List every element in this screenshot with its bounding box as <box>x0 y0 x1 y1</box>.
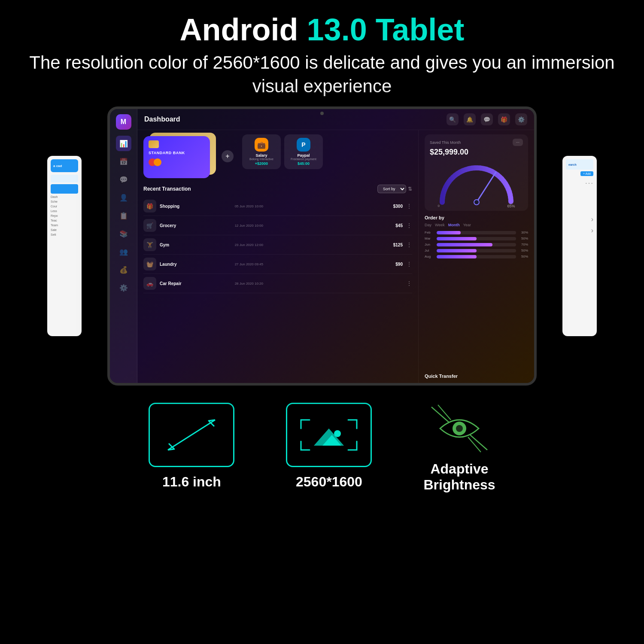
grocery-name: Grocery <box>160 223 231 228</box>
header-icons: 🔍 🔔 💬 🎁 ⚙️ <box>447 113 527 125</box>
sidebar-item-teams[interactable]: 👥 <box>116 244 131 259</box>
bar-track <box>437 243 516 246</box>
paypal-name: Paypal <box>289 153 318 158</box>
sidebar-item-reports[interactable]: 📋 <box>116 208 131 223</box>
gift-icon[interactable]: 🎁 <box>498 113 510 125</box>
carrepair-more[interactable]: ⋮ <box>406 280 412 287</box>
bar-label: Jun <box>425 243 434 246</box>
size-icon-svg <box>159 411 224 459</box>
savings-header: Saved This Month ··· <box>430 139 523 146</box>
bar-label: Mar <box>425 237 434 240</box>
svg-point-1 <box>474 200 479 205</box>
tab-week[interactable]: Week <box>435 223 445 227</box>
grocery-more[interactable]: ⋮ <box>406 222 412 229</box>
svg-point-5 <box>334 430 341 437</box>
salary-amount: +$2000 <box>247 161 276 166</box>
notification-icon[interactable]: 🔔 <box>464 113 476 125</box>
sidebar-item-dashboard[interactable]: 📊 <box>116 136 131 151</box>
bar-pct: 50% <box>519 249 528 252</box>
sort-select[interactable]: Sort by <box>377 185 406 193</box>
gauge-svg <box>434 159 519 207</box>
sidebar-item-lessons[interactable]: 👤 <box>116 190 131 205</box>
sidebar-item-schedule[interactable]: 📅 <box>116 154 131 169</box>
salary-name: Salary <box>247 153 276 158</box>
bar-track <box>437 231 516 234</box>
brightness-label: Adaptive Brightness <box>423 461 495 493</box>
bar-track <box>437 249 516 252</box>
savings-label: Saved This Month <box>430 140 461 145</box>
chart-bar-row: Aug 50% <box>425 255 528 258</box>
shopping-icon: 🎁 <box>143 200 156 213</box>
sidebar-item-sales[interactable]: 💰 <box>116 262 131 277</box>
grocery-amount: $45 <box>346 223 403 228</box>
dashboard: M 📊 📅 💬 👤 📋 📚 👥 💰 ⚙️ Dashboard 🔍 <box>110 109 534 383</box>
transaction-row: 🎁 Shopping 05 Jun 2020 10:00 $300 ⋮ <box>143 197 412 216</box>
transaction-row: 🧺 Laundry 27 Jun 2020 09:45 $90 ⋮ <box>143 255 412 274</box>
size-label: 11.6 inch <box>162 474 221 490</box>
bar-pct: 30% <box>519 231 528 234</box>
bar-label: Aug <box>425 255 434 258</box>
bar-fill <box>437 231 461 234</box>
laundry-icon: 🧺 <box>143 258 156 270</box>
resolution-icon-svg <box>297 411 361 459</box>
transaction-row: 🛒 Grocery 12 Jun 2020 10:00 $45 ⋮ <box>143 216 412 235</box>
gym-more[interactable]: ⋮ <box>406 241 412 248</box>
bar-fill <box>437 255 477 258</box>
sidebar-logo: M <box>116 114 131 130</box>
messages-icon[interactable]: 💬 <box>481 113 493 125</box>
transactions-title: Recent Transaction <box>143 186 191 192</box>
title-highlight: 13.0 Tablet <box>307 12 465 47</box>
tablet-wrapper: a cad Dash Sche Cour Less Repo Teac Team… <box>0 106 644 386</box>
savings-card: Saved This Month ··· $25,999.00 <box>425 134 528 211</box>
card-main[interactable]: STANDARD BANK <box>143 136 210 178</box>
shopping-amount: $300 <box>346 204 403 209</box>
chart-bar-row: Jul 50% <box>425 249 528 252</box>
feature-size: 11.6 inch <box>149 403 234 490</box>
bar-fill <box>437 249 477 252</box>
savings-menu-button[interactable]: ··· <box>513 139 523 146</box>
shopping-date: 05 Jun 2020 10:00 <box>235 204 342 208</box>
card-logo <box>149 158 205 166</box>
search-icon[interactable]: 🔍 <box>447 113 459 125</box>
add-card-button[interactable]: + <box>222 150 234 162</box>
resolution-label: 2560*1600 <box>296 474 362 490</box>
settings-icon[interactable]: ⚙️ <box>515 113 527 125</box>
gym-date: 23 Jun 2020 12:00 <box>235 243 342 247</box>
tab-year[interactable]: Year <box>463 223 471 227</box>
transactions-header: Recent Transaction Sort by ⇅ <box>143 185 412 193</box>
chart-section: Order by Day Week Month Year Feb <box>425 215 528 369</box>
main-title: Android 13.0 Tablet <box>26 13 618 47</box>
feature-resolution: 2560*1600 <box>286 403 372 490</box>
bar-chart: Feb 30% Mar 50% Jun 70% Jul <box>425 231 528 258</box>
tab-month[interactable]: Month <box>448 223 460 227</box>
resolution-icon-box <box>286 403 372 467</box>
chart-bar-row: Mar 50% <box>425 237 528 240</box>
sidebar-item-courses[interactable]: 💬 <box>116 172 131 187</box>
bar-label: Feb <box>425 231 434 234</box>
quick-transfer-title: Quick Transfer <box>425 374 528 379</box>
brightness-icon-wrapper <box>427 403 492 454</box>
payment-card-salary[interactable]: 💼 Salary Belong Interactive +$2000 <box>242 134 281 169</box>
shopping-more[interactable]: ⋮ <box>406 203 412 210</box>
bar-label: Jul <box>425 249 434 252</box>
left-panel: STANDARD BANK + <box>137 130 418 383</box>
bar-pct: 50% <box>519 237 528 240</box>
sort-order-icon[interactable]: ⇅ <box>408 186 412 192</box>
content-grid: STANDARD BANK + <box>137 130 534 383</box>
quick-transfer-section: Quick Transfer <box>425 374 528 379</box>
laundry-date: 27 Jun 2020 09:45 <box>235 262 342 266</box>
sidebar-item-teachers[interactable]: 📚 <box>116 226 131 241</box>
sidebar-item-settings[interactable]: ⚙️ <box>116 280 131 295</box>
side-panel-blue-bar: a cad <box>51 159 78 172</box>
feature-brightness: Adaptive Brightness <box>423 403 495 493</box>
tab-day[interactable]: Day <box>425 223 431 227</box>
sidebar: M 📊 📅 💬 👤 📋 📚 👥 💰 ⚙️ <box>110 109 137 383</box>
card-stack: STANDARD BANK <box>143 134 216 179</box>
laundry-more[interactable]: ⋮ <box>406 261 412 267</box>
svg-line-2 <box>168 420 215 450</box>
laundry-name: Laundry <box>160 262 231 267</box>
bottom-section: 11.6 inch 2560*1600 <box>0 386 644 501</box>
dashboard-title: Dashboard <box>144 115 180 123</box>
bar-track <box>437 255 516 258</box>
payment-card-paypal[interactable]: P Paypal Freelance payment $45:00 <box>284 134 323 169</box>
